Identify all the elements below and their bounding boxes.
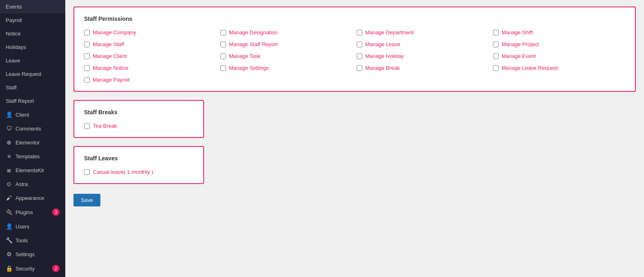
badge-plugins: 3 bbox=[52, 208, 60, 216]
sidebar: EventsPayrollNoticeHolidaysLeaveLeave Re… bbox=[0, 0, 65, 277]
sidebar-item-leave[interactable]: Leave bbox=[0, 54, 65, 67]
permission-checkbox-0[interactable] bbox=[84, 30, 90, 35]
appearance-icon: 🖌 bbox=[6, 195, 12, 201]
permission-checkbox-8[interactable] bbox=[84, 53, 90, 59]
sidebar-label-tools: Tools bbox=[16, 237, 28, 244]
permission-label-7: Manage Project bbox=[502, 41, 539, 47]
security-icon: 🔒 bbox=[6, 265, 12, 272]
permission-checkbox-13[interactable] bbox=[220, 65, 226, 71]
leave-checkbox-0[interactable] bbox=[84, 169, 90, 175]
permission-checkbox-15[interactable] bbox=[493, 65, 499, 71]
sidebar-label-comments: Comments bbox=[16, 126, 41, 132]
sidebar-label-appearance: Appearance bbox=[16, 195, 44, 201]
sidebar-item-elementor[interactable]: ⊕Elementor bbox=[0, 135, 65, 149]
permission-checkbox-11[interactable] bbox=[493, 53, 499, 59]
save-button[interactable]: Save bbox=[73, 194, 100, 206]
permission-checkbox-5[interactable] bbox=[220, 42, 226, 47]
sidebar-item-appearance[interactable]: 🖌Appearance bbox=[0, 191, 65, 205]
astra-icon: ⊙ bbox=[6, 181, 12, 187]
permission-item-6: Manage Leave bbox=[357, 41, 489, 47]
permission-label-10: Manage Holiday bbox=[365, 53, 404, 59]
sidebar-item-tools[interactable]: 🔧Tools bbox=[0, 233, 65, 247]
permission-label-8: Manage Client bbox=[93, 53, 127, 59]
permission-item-0: Manage Company bbox=[84, 29, 216, 35]
sidebar-item-staff-report[interactable]: Staff Report bbox=[0, 94, 65, 108]
break-checkbox-0[interactable] bbox=[84, 123, 90, 129]
sidebar-item-comments[interactable]: 🗨Comments bbox=[0, 122, 65, 135]
permission-label-3: Manage Shift bbox=[502, 29, 533, 35]
sidebar-item-astra[interactable]: ⊙Astra bbox=[0, 177, 65, 191]
sidebar-item-templates[interactable]: ≡Templates bbox=[0, 149, 65, 163]
permission-item-8: Manage Client bbox=[84, 53, 216, 59]
permission-item-9: Manage Task bbox=[220, 53, 353, 59]
plugins-icon: 🔌 bbox=[6, 209, 12, 215]
sidebar-item-settings[interactable]: ⚙Settings bbox=[0, 247, 65, 261]
permission-checkbox-9[interactable] bbox=[220, 53, 226, 59]
permission-label-6: Manage Leave bbox=[365, 41, 400, 47]
leave-item-0: Casual leave( 1 monthly ) bbox=[84, 169, 193, 175]
sidebar-label-templates: Templates bbox=[16, 153, 40, 160]
permission-checkbox-12[interactable] bbox=[84, 65, 90, 71]
users-icon: 👤 bbox=[6, 223, 12, 230]
permission-item-10: Manage Holiday bbox=[357, 53, 489, 59]
permission-label-5: Manage Staff Report bbox=[229, 41, 278, 47]
permission-item-15: Manage Leave Request bbox=[493, 65, 625, 71]
permission-label-14: Manage Break bbox=[365, 65, 400, 71]
settings-icon: ⚙ bbox=[6, 251, 12, 257]
sidebar-item-leave-request[interactable]: Leave Request bbox=[0, 67, 65, 81]
sidebar-label-security: Security bbox=[16, 266, 35, 272]
permission-label-0: Manage Company bbox=[93, 29, 136, 35]
permission-checkbox-1[interactable] bbox=[220, 30, 226, 35]
sidebar-item-plugins[interactable]: 🔌Plugins3 bbox=[0, 205, 65, 219]
permission-checkbox-14[interactable] bbox=[357, 65, 362, 71]
permission-label-9: Manage Task bbox=[229, 53, 260, 59]
permission-item-7: Manage Project bbox=[493, 41, 625, 47]
permission-label-12: Manage Notice bbox=[93, 65, 128, 71]
sidebar-label-elementor: Elementor bbox=[16, 140, 40, 146]
permission-checkbox-6[interactable] bbox=[357, 42, 362, 47]
sidebar-item-client[interactable]: 👤Client bbox=[0, 108, 65, 122]
sidebar-item-users[interactable]: 👤Users bbox=[0, 219, 65, 233]
sidebar-item-elementskit[interactable]: ≣ElementsKit bbox=[0, 163, 65, 177]
sidebar-label-plugins: Plugins bbox=[16, 209, 33, 215]
permission-label-16: Manage Payroll bbox=[93, 77, 129, 83]
permission-checkbox-7[interactable] bbox=[493, 42, 499, 47]
permission-item-14: Manage Break bbox=[357, 65, 489, 71]
permissions-grid: Manage CompanyManage DesignationManage D… bbox=[84, 29, 625, 83]
sidebar-label-elementskit: ElementsKit bbox=[16, 167, 44, 173]
sidebar-item-payroll[interactable]: Payroll bbox=[0, 13, 65, 27]
permission-checkbox-16[interactable] bbox=[84, 77, 90, 83]
break-item-0: Tea Break bbox=[84, 123, 193, 129]
permission-label-4: Manage Staff bbox=[93, 41, 124, 47]
staff-breaks-section: Staff Breaks Tea Break bbox=[73, 100, 204, 138]
permission-checkbox-3[interactable] bbox=[493, 30, 499, 35]
permission-checkbox-10[interactable] bbox=[357, 53, 362, 59]
sidebar-item-holidays[interactable]: Holidays bbox=[0, 40, 65, 54]
sidebar-item-events[interactable]: Events bbox=[0, 0, 65, 13]
leaves-title: Staff Leaves bbox=[84, 155, 193, 162]
permission-checkbox-2[interactable] bbox=[357, 30, 362, 35]
breaks-list: Tea Break bbox=[84, 123, 193, 129]
permission-item-1: Manage Designation bbox=[220, 29, 353, 35]
permission-item-4: Manage Staff bbox=[84, 41, 216, 47]
permission-checkbox-4[interactable] bbox=[84, 42, 90, 47]
permission-item-12: Manage Notice bbox=[84, 65, 216, 71]
sidebar-item-staff[interactable]: Staff bbox=[0, 81, 65, 94]
staff-permissions-section: Staff Permissions Manage CompanyManage D… bbox=[73, 7, 636, 92]
break-label-0: Tea Break bbox=[93, 123, 117, 129]
permission-item-2: Manage Department bbox=[357, 29, 489, 35]
permission-label-15: Manage Leave Request bbox=[502, 65, 558, 71]
elementskit-icon: ≣ bbox=[6, 167, 12, 173]
permission-item-11: Manage Event bbox=[493, 53, 625, 59]
permission-label-11: Manage Event bbox=[502, 53, 536, 59]
permission-label-2: Manage Department bbox=[365, 29, 414, 35]
sidebar-item-security[interactable]: 🔒Security2 bbox=[0, 261, 65, 276]
sidebar-label-settings: Settings bbox=[16, 251, 35, 257]
client-icon: 👤 bbox=[6, 111, 12, 118]
sidebar-label-users: Users bbox=[16, 224, 29, 230]
permissions-title: Staff Permissions bbox=[84, 16, 625, 22]
permission-item-5: Manage Staff Report bbox=[220, 41, 353, 47]
badge-security: 2 bbox=[52, 265, 60, 272]
leaves-list: Casual leave( 1 monthly ) bbox=[84, 169, 193, 175]
sidebar-item-notice[interactable]: Notice bbox=[0, 27, 65, 40]
